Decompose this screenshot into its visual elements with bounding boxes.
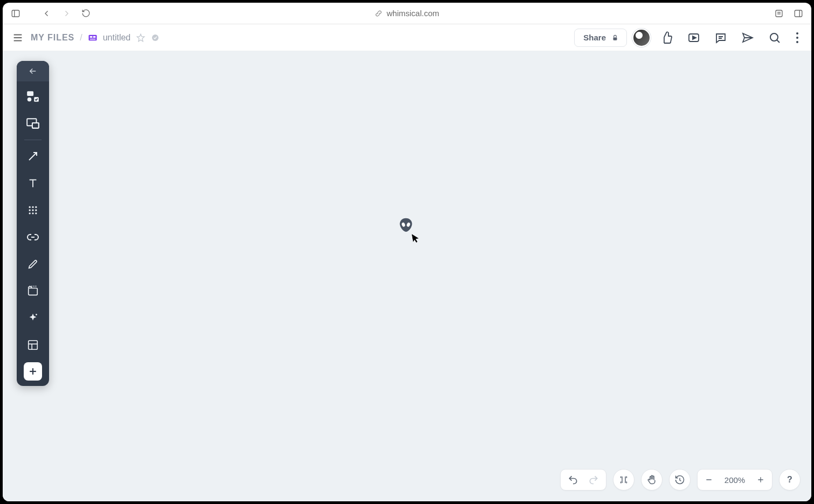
svg-rect-2 — [776, 10, 782, 17]
tool-template[interactable] — [21, 333, 45, 357]
share-label: Share — [583, 33, 606, 42]
svg-point-42 — [35, 209, 37, 211]
avatar[interactable] — [632, 29, 651, 47]
tools-panel — [17, 61, 49, 386]
address-domain: whimsical.com — [387, 9, 439, 18]
svg-rect-28 — [27, 91, 33, 96]
hand-tool-button[interactable] — [641, 469, 663, 491]
svg-rect-12 — [93, 36, 95, 38]
share-button[interactable]: Share — [574, 29, 627, 47]
svg-rect-52 — [29, 341, 38, 350]
svg-point-22 — [770, 33, 778, 41]
file-title[interactable]: untitled — [103, 33, 131, 43]
sidebar-toggle-icon[interactable] — [8, 6, 23, 21]
svg-point-29 — [27, 98, 32, 102]
arrow-left-icon — [28, 66, 38, 76]
tools-collapse-button[interactable] — [17, 61, 49, 81]
help-label: ? — [787, 475, 792, 485]
lock-icon — [375, 10, 382, 17]
svg-point-44 — [32, 212, 33, 214]
tool-pencil[interactable] — [21, 252, 45, 276]
tool-section[interactable] — [21, 279, 45, 303]
svg-point-40 — [29, 209, 31, 211]
present-icon[interactable] — [683, 27, 705, 49]
lock-icon — [611, 34, 619, 42]
tool-connector[interactable] — [21, 144, 45, 168]
svg-rect-11 — [89, 36, 92, 38]
svg-line-23 — [777, 40, 779, 43]
tool-icons[interactable] — [21, 198, 45, 222]
browser-chrome: whimsical.com — [3, 3, 811, 24]
tool-link[interactable] — [21, 225, 45, 249]
tools-divider — [24, 140, 42, 140]
tool-text[interactable] — [21, 171, 45, 195]
history-button[interactable] — [669, 469, 691, 491]
breadcrumb-root[interactable]: MY FILES — [31, 33, 74, 43]
canvas[interactable] — [3, 51, 811, 501]
svg-point-26 — [796, 41, 798, 43]
svg-rect-16 — [613, 37, 617, 40]
keyboard-shortcuts-button[interactable] — [613, 469, 634, 491]
svg-point-51 — [36, 314, 37, 315]
tool-ai[interactable] — [21, 306, 45, 330]
mouse-cursor — [412, 233, 421, 244]
back-button[interactable] — [39, 6, 54, 21]
tool-elements[interactable] — [21, 85, 45, 108]
zoom-control: 200% — [697, 469, 772, 491]
breadcrumb-sep: / — [80, 33, 82, 43]
redo-button — [584, 471, 603, 489]
send-icon[interactable] — [737, 27, 758, 49]
svg-point-41 — [32, 209, 33, 211]
undo-redo-group — [560, 469, 606, 491]
svg-rect-5 — [795, 10, 802, 17]
svg-point-25 — [796, 37, 798, 39]
forward-button — [59, 6, 74, 21]
svg-line-34 — [29, 153, 37, 160]
svg-point-38 — [32, 206, 33, 208]
tabs-icon[interactable] — [791, 6, 806, 21]
svg-point-39 — [35, 206, 37, 208]
tool-frame[interactable] — [21, 112, 45, 135]
svg-marker-18 — [693, 36, 696, 39]
file-type-icon — [88, 33, 98, 43]
app-header: MY FILES / untitled Share — [3, 24, 811, 51]
svg-point-15 — [152, 34, 158, 41]
svg-rect-0 — [12, 10, 19, 17]
svg-point-45 — [35, 212, 37, 214]
reload-button[interactable] — [78, 6, 93, 21]
help-button[interactable]: ? — [779, 469, 801, 491]
svg-rect-32 — [32, 123, 39, 128]
star-icon[interactable] — [136, 33, 146, 43]
bottom-controls: 200% ? — [560, 469, 801, 491]
undo-button[interactable] — [564, 471, 582, 489]
svg-rect-13 — [89, 38, 95, 39]
thumbs-up-icon[interactable] — [656, 27, 678, 49]
address-bar[interactable]: whimsical.com — [375, 9, 439, 18]
svg-marker-14 — [137, 34, 144, 42]
menu-button[interactable] — [10, 30, 25, 45]
zoom-value[interactable]: 200% — [720, 475, 749, 485]
comment-icon[interactable] — [710, 27, 732, 49]
canvas-object-alien-icon[interactable] — [397, 217, 415, 234]
svg-point-37 — [29, 206, 31, 208]
svg-rect-46 — [29, 288, 38, 295]
svg-point-24 — [796, 32, 798, 34]
search-icon[interactable] — [764, 27, 785, 49]
zoom-in-button[interactable] — [753, 472, 769, 488]
reader-icon[interactable] — [771, 6, 787, 21]
svg-point-43 — [29, 212, 31, 214]
zoom-out-button[interactable] — [701, 472, 717, 488]
sync-status-icon — [151, 33, 160, 42]
more-icon[interactable] — [791, 27, 804, 49]
tool-add[interactable] — [24, 362, 42, 381]
breadcrumb: MY FILES / untitled — [31, 33, 160, 43]
